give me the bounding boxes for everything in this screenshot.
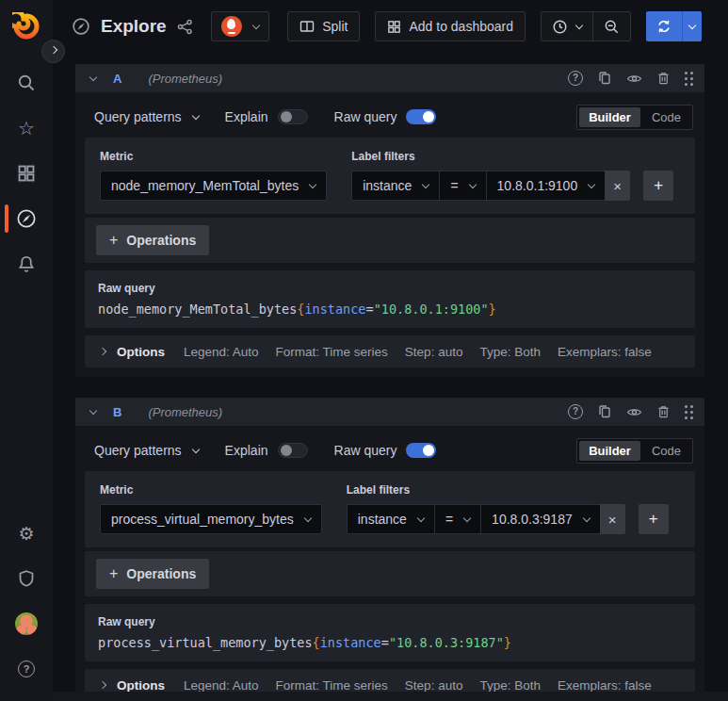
next-panel-edge — [53, 692, 728, 701]
query-help-button[interactable]: ? — [568, 71, 583, 86]
chevron-right-icon — [49, 46, 57, 54]
collapse-chevron-icon[interactable] — [89, 406, 97, 414]
zoom-out-button[interactable] — [593, 12, 630, 41]
time-picker-button[interactable] — [542, 12, 592, 41]
datasource-picker[interactable] — [211, 11, 269, 41]
compass-icon — [16, 208, 37, 229]
filter-label-select[interactable]: instance — [351, 171, 439, 201]
metric-field: Metric node_memory_MemTotal_bytes — [100, 150, 327, 201]
promql-close-brace: } — [489, 302, 496, 317]
explain-toggle[interactable] — [278, 109, 308, 124]
sidebar-item-configuration[interactable]: ⚙ — [0, 511, 53, 556]
sidebar-item-alerting[interactable] — [0, 241, 53, 286]
trash-icon — [656, 404, 671, 419]
editor-mode-switch: Builder Code — [576, 105, 693, 130]
eye-icon — [626, 71, 642, 87]
sidebar-item-server-admin[interactable] — [0, 556, 53, 601]
label-filter-row: instance = 10.8.0.1:9100 × + — [351, 171, 673, 201]
sidebar-item-profile[interactable] — [0, 601, 53, 646]
add-operation-button[interactable]: + Operations — [96, 225, 209, 255]
sidebar-item-starred[interactable]: ☆ — [0, 106, 53, 151]
query-help-button[interactable]: ? — [568, 404, 583, 419]
gear-icon: ⚙ — [18, 525, 34, 543]
option-legend: Legend: Auto — [184, 345, 259, 359]
drag-handle-icon[interactable] — [685, 405, 693, 419]
share-icon[interactable] — [177, 19, 193, 35]
sidebar-nav-bottom: ⚙ ? — [0, 503, 53, 701]
code-mode-button[interactable]: Code — [642, 107, 690, 127]
delete-query-button[interactable] — [656, 71, 671, 86]
query-actions: ? — [568, 404, 693, 420]
chevron-down-icon — [417, 514, 425, 521]
delete-query-button[interactable] — [656, 404, 671, 419]
collapse-chevron-icon[interactable] — [89, 73, 97, 80]
raw-query-toggle[interactable] — [406, 443, 436, 458]
apps-grid-icon — [17, 164, 36, 183]
query-toolbar: Query patterns Explain Raw query Builder… — [85, 433, 695, 467]
query-header-a[interactable]: A (Prometheus) ? — [75, 64, 704, 92]
metric-select[interactable]: process_virtual_memory_bytes — [100, 504, 322, 534]
trash-icon — [656, 71, 671, 86]
dashboard-grid-icon — [387, 20, 401, 34]
raw-query-title: Raw query — [98, 282, 155, 295]
filter-operator-select[interactable]: = — [434, 504, 480, 534]
bell-icon — [17, 254, 36, 273]
option-step: Step: auto — [405, 678, 463, 693]
query-options-row[interactable]: Options Legend: Auto Format: Time series… — [85, 335, 695, 367]
help-icon: ? — [18, 660, 35, 677]
label-filters-label: Label filters — [347, 483, 669, 497]
query-header-b[interactable]: B (Prometheus) ? — [75, 398, 704, 426]
help-icon: ? — [568, 71, 583, 86]
sidebar-item-help[interactable]: ? — [0, 646, 53, 692]
grafana-logo-icon — [12, 12, 40, 41]
builder-mode-button[interactable]: Builder — [579, 107, 640, 127]
add-filter-button[interactable]: + — [639, 504, 669, 534]
add-filter-button[interactable]: + — [643, 171, 673, 201]
add-to-dashboard-button[interactable]: Add to dashboard — [375, 11, 526, 41]
query-editor-a: A (Prometheus) ? — [75, 64, 704, 377]
sidebar-item-search[interactable] — [0, 60, 53, 106]
metric-value: node_memory_MemTotal_bytes — [111, 178, 299, 193]
raw-query-expression: node_memory_MemTotal_bytes{instance="10.… — [98, 302, 682, 317]
chevron-down-icon — [582, 514, 590, 521]
builder-mode-button[interactable]: Builder — [579, 441, 640, 461]
chevron-down-icon — [191, 445, 199, 452]
filter-value-select[interactable]: 10.8.0.3:9187 — [480, 504, 600, 534]
disable-query-button[interactable] — [626, 71, 642, 87]
split-button[interactable]: Split — [287, 11, 360, 41]
code-mode-button[interactable]: Code — [642, 441, 690, 461]
remove-filter-button[interactable]: × — [600, 504, 625, 534]
copy-icon — [597, 71, 612, 86]
query-toolbar: Query patterns Explain Raw query Builder… — [85, 100, 695, 134]
drag-handle-icon[interactable] — [685, 72, 693, 86]
promql-metric: process_virtual_memory_bytes — [98, 635, 313, 650]
filter-operator-select[interactable]: = — [439, 171, 485, 201]
run-query-button[interactable] — [646, 11, 702, 41]
filter-operator-value: = — [450, 178, 458, 193]
explain-toggle[interactable] — [278, 443, 308, 458]
option-type: Type: Both — [479, 345, 541, 359]
operations-panel: + Operations — [85, 551, 695, 596]
refresh-caret[interactable] — [682, 11, 702, 41]
query-patterns-dropdown[interactable]: Query patterns — [94, 443, 199, 458]
duplicate-query-button[interactable] — [597, 404, 612, 419]
filter-label-select[interactable]: instance — [347, 504, 434, 534]
metric-select[interactable]: node_memory_MemTotal_bytes — [100, 171, 327, 201]
duplicate-query-button[interactable] — [597, 71, 612, 86]
chevron-down-icon — [575, 21, 583, 28]
add-operation-button[interactable]: + Operations — [96, 559, 209, 589]
query-patterns-dropdown[interactable]: Query patterns — [94, 109, 199, 124]
sidebar-nav-top: ☆ — [0, 53, 53, 286]
remove-filter-button[interactable]: × — [605, 171, 630, 201]
sidebar-expand-button[interactable] — [41, 40, 65, 63]
raw-query-title: Raw query — [98, 615, 155, 628]
sidebar-item-dashboards[interactable] — [0, 151, 53, 196]
query-datasource-hint: (Prometheus) — [148, 405, 222, 419]
filter-value-select[interactable]: 10.8.0.1:9100 — [486, 171, 606, 201]
sidebar-item-explore[interactable] — [0, 196, 53, 241]
avatar — [15, 612, 38, 635]
raw-query-toggle[interactable] — [406, 109, 436, 124]
promql-label: instance — [304, 302, 365, 317]
filter-label-value: instance — [363, 178, 412, 193]
disable-query-button[interactable] — [626, 404, 642, 420]
